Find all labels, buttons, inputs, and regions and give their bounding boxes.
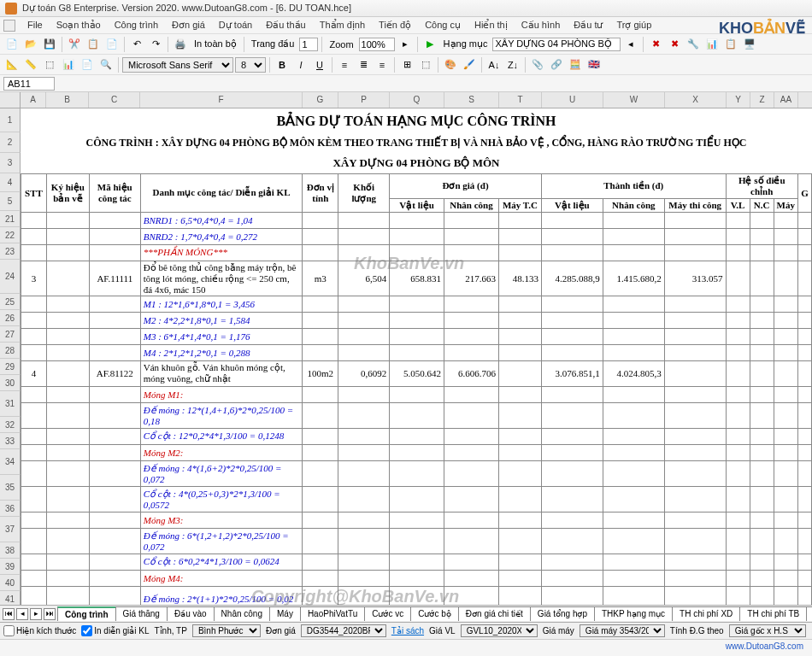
col-header[interactable]: Z [750,92,774,108]
sheet-tab[interactable]: TH chi phí TB [739,606,807,621]
col-header[interactable]: AA [774,92,798,108]
tool-x1-icon[interactable]: ✖ [647,36,664,53]
flag-icon[interactable]: 🇬🇧 [585,56,603,73]
row-header[interactable]: 5 [0,192,21,211]
row-header[interactable]: 38 [0,542,21,559]
tab-next-icon[interactable]: ▸ [30,608,42,620]
print-icon[interactable]: 🖨️ [172,36,189,53]
align-left-icon[interactable]: ≡ [336,56,353,73]
fmt-3-icon[interactable]: ⬚ [41,56,58,73]
sheet-tab[interactable]: Dự phòng [806,606,812,621]
tab-prev-icon[interactable]: ◂ [16,608,28,620]
align-right-icon[interactable]: ≡ [374,56,391,73]
page-num-input[interactable] [299,38,318,51]
table-row[interactable]: Móng M1: [21,386,812,402]
table-row[interactable]: Đế móng : 12*(1,4+1,6)*2*0,25/100 = 0,18 [21,402,812,428]
tab-last-icon[interactable]: ⏭ [44,608,56,620]
new-icon[interactable]: 📄 [3,36,21,53]
row-header[interactable]: 31 [0,391,21,417]
table-row[interactable]: Cổ cột : 12*0,2*4*1,3/100 = 0,1248 [21,428,812,444]
app-menu-icon[interactable] [3,20,15,32]
border-icon[interactable]: ⊞ [398,56,415,73]
col-header[interactable]: C [89,92,140,108]
sheet-tab[interactable]: Nhân công [214,606,270,621]
extra-3-icon[interactable]: 🧮 [567,56,584,73]
fmt-4-icon[interactable]: 📊 [60,56,77,73]
copy-icon[interactable]: 📋 [85,36,102,53]
bold-icon[interactable]: B [274,56,291,73]
menu-file[interactable]: File [21,18,50,32]
row-header[interactable]: 29 [0,359,21,375]
undo-icon[interactable]: ↶ [128,36,145,53]
table-row[interactable]: M2 : 4*2,2*1,8*0,1 = 1,584 [21,312,812,328]
menu-đầu tư[interactable]: Đầu tư [567,18,609,32]
row-header[interactable]: 36 [0,501,21,517]
sheet-tab[interactable]: Đơn giá chi tiết [458,606,531,621]
dongia-select[interactable]: DG3544_2020BP [301,624,386,637]
giavl-select[interactable]: GVL10_2020XD [461,624,538,637]
extra-2-icon[interactable]: 🔗 [548,56,565,73]
col-header[interactable]: G [303,92,338,108]
sort-desc-icon[interactable]: Z↓ [504,56,521,73]
spreadsheet-area[interactable]: ABCFGPQSTUWXYZAA 12345212223242526272829… [0,92,812,622]
menu-đấu thầu[interactable]: Đấu thầu [259,18,312,32]
row-header[interactable]: 21 [0,211,21,227]
sort-asc-icon[interactable]: A↓ [485,56,503,73]
table-row[interactable]: Cổ cột : 6*0,2*4*1,3/100 = 0,0624 [21,554,812,570]
tool-x2-icon[interactable]: ✖ [666,36,683,53]
sheet-tab[interactable]: Đầu vào [167,606,215,621]
col-header[interactable]: Q [390,92,444,108]
col-header[interactable]: Y [727,92,750,108]
fontsize-select[interactable]: 8 [235,57,266,73]
row-header[interactable]: 28 [0,343,21,359]
tool-d-icon[interactable]: 🖥️ [741,36,758,53]
table-row[interactable]: Móng M2: [21,444,812,460]
paste-icon[interactable]: 📄 [103,36,121,53]
sheet-tab[interactable]: TH chi phí XD [672,606,740,621]
table-row[interactable]: ***PHẦN MÓNG*** [21,244,812,261]
redo-icon[interactable]: ↷ [147,36,164,53]
row-header[interactable]: 35 [0,475,21,501]
table-row[interactable]: M1 : 12*1,6*1,8*0,1 = 3,456 [21,296,812,312]
col-header[interactable]: W [603,92,665,108]
zoom-input[interactable] [359,38,395,51]
hangmuc-input[interactable] [492,38,621,51]
row-header[interactable]: 37 [0,517,21,542]
menu-thẩm định[interactable]: Thẩm định [313,18,372,32]
fmt-5-icon[interactable]: 📄 [79,56,96,73]
table-row[interactable]: M4 : 2*1,2*1,2*0,1 = 0,288 [21,344,812,360]
cell-reference-input[interactable] [3,77,55,91]
row-header[interactable]: 32 [0,417,21,433]
row-header[interactable]: 30 [0,375,21,391]
nav-prev-icon[interactable]: ◂ [622,36,639,53]
row-header[interactable]: 3 [0,153,21,173]
page-first-label[interactable]: Trang đầu [248,38,298,50]
sheet-tab[interactable]: Cước vc [364,606,411,621]
open-icon[interactable]: 📂 [22,36,39,53]
row-header[interactable]: 33 [0,433,21,449]
color-1-icon[interactable]: 🎨 [442,56,459,73]
table-row[interactable]: Móng M4: [21,570,812,586]
merge-icon[interactable]: ⬚ [417,56,434,73]
play-icon[interactable]: ▶ [421,36,438,53]
tab-first-icon[interactable]: ⏮ [3,608,15,620]
menu-đơn giá[interactable]: Đơn giá [165,18,212,32]
col-header[interactable]: S [444,92,499,108]
tool-c-icon[interactable]: 📋 [722,36,739,53]
tinhdg-select[interactable]: Giá gốc x H.S [729,624,806,637]
fmt-2-icon[interactable]: 📏 [22,56,39,73]
menu-cấu hình[interactable]: Cấu hình [515,18,568,32]
col-header[interactable]: X [665,92,727,108]
sheet-tab[interactable]: Máy [269,606,301,621]
row-header[interactable]: 1 [0,108,21,132]
menu-soạn thảo[interactable]: Soạn thảo [50,18,108,32]
fmt-1-icon[interactable]: 📐 [3,56,21,73]
save-icon[interactable]: 💾 [41,36,58,53]
font-select[interactable]: Microsoft Sans Serif [122,57,233,73]
zoom-fit-icon[interactable]: ▸ [397,36,414,53]
row-header[interactable]: 27 [0,326,21,343]
col-header[interactable]: B [46,92,89,108]
sheet-tab[interactable]: Giá thăng [115,606,168,621]
sheet-tab[interactable]: Công trình [57,606,116,621]
fmt-6-icon[interactable]: 🔍 [97,56,115,73]
